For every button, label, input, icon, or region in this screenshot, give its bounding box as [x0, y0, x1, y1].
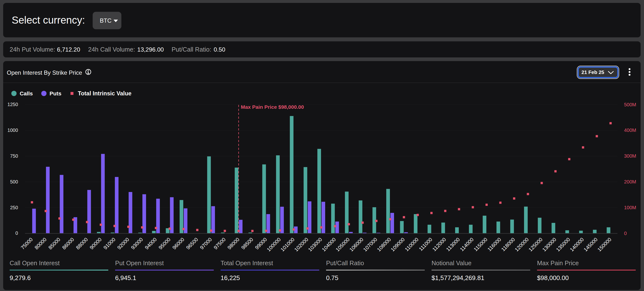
svg-text:0: 0 — [624, 231, 627, 236]
svg-text:Calls: Calls — [20, 90, 33, 96]
svg-text:21 Feb 25: 21 Feb 25 — [582, 69, 604, 75]
svg-text:24h Put Volume:: 24h Put Volume: — [10, 46, 55, 53]
svg-text:1000: 1000 — [8, 128, 18, 133]
svg-text:$98,000.00: $98,000.00 — [537, 274, 569, 282]
svg-text:$1,577,294,269.81: $1,577,294,269.81 — [432, 274, 484, 282]
svg-text:9,279.6: 9,279.6 — [10, 274, 31, 282]
svg-text:0: 0 — [15, 230, 18, 236]
svg-text:Open Interest By Strike Price: Open Interest By Strike Price — [7, 69, 82, 76]
svg-text:400M: 400M — [624, 128, 636, 133]
svg-text:100M: 100M — [624, 205, 636, 210]
svg-text:0.75: 0.75 — [326, 274, 338, 282]
svg-text:Max Pain Price $98,000.00: Max Pain Price $98,000.00 — [241, 104, 304, 110]
svg-text:0.50: 0.50 — [214, 46, 226, 53]
svg-text:500M: 500M — [624, 102, 636, 107]
svg-text:250: 250 — [10, 205, 18, 210]
svg-text:300M: 300M — [624, 153, 636, 159]
svg-text:Select currency:: Select currency: — [12, 14, 85, 26]
svg-text:24h Call Volume:: 24h Call Volume: — [88, 46, 135, 53]
svg-text:Put Open Interest: Put Open Interest — [115, 260, 164, 266]
svg-text:200M: 200M — [624, 179, 636, 184]
svg-text:Put/Call Ratio: Put/Call Ratio — [326, 260, 364, 266]
svg-text:Notional Value: Notional Value — [432, 260, 472, 266]
svg-text:Puts: Puts — [50, 90, 62, 96]
svg-text:1250: 1250 — [8, 102, 18, 107]
svg-text:6,712.20: 6,712.20 — [57, 46, 80, 53]
svg-text:6,945.1: 6,945.1 — [115, 274, 136, 282]
svg-text:Total Intrinsic Value: Total Intrinsic Value — [78, 90, 132, 96]
svg-text:Max Pain Price: Max Pain Price — [537, 260, 579, 266]
svg-text:Put/Call Ratio:: Put/Call Ratio: — [172, 46, 211, 53]
svg-text:13,296.00: 13,296.00 — [137, 46, 164, 53]
svg-text:Call Open Interest: Call Open Interest — [10, 260, 60, 266]
svg-text:16,225: 16,225 — [220, 274, 240, 282]
svg-text:Total Open Interest: Total Open Interest — [220, 260, 273, 266]
svg-text:500: 500 — [10, 179, 18, 184]
svg-text:750: 750 — [10, 153, 18, 159]
svg-text:BTC: BTC — [100, 17, 112, 24]
